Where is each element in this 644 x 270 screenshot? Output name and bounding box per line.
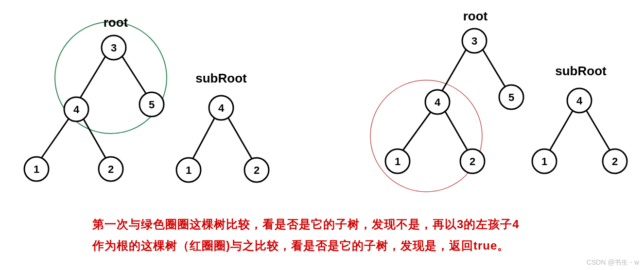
svg-text:1: 1 xyxy=(541,155,547,168)
caption-line-1: 第一次与绿色圈圈这棵树比较，看是否是它的子树，发现不是，再以3的左孩子4 xyxy=(92,214,625,235)
node-s1-right: 1 xyxy=(532,149,557,173)
node-1-left: 1 xyxy=(24,157,49,181)
node-3-left: 3 xyxy=(102,35,126,60)
svg-text:4: 4 xyxy=(576,95,583,107)
svg-text:1: 1 xyxy=(186,164,191,176)
node-3-right: 3 xyxy=(462,29,487,53)
edge-4-1-left xyxy=(40,118,70,160)
watermark: CSDN @书生 - w xyxy=(587,258,639,267)
node-2-left: 2 xyxy=(99,157,123,181)
svg-text:3: 3 xyxy=(471,35,477,47)
svg-text:2: 2 xyxy=(470,155,475,168)
svg-text:5: 5 xyxy=(149,99,155,111)
node-s2-left: 2 xyxy=(244,158,269,182)
node-s4-left: 4 xyxy=(209,96,233,120)
node-5-right: 5 xyxy=(499,85,523,109)
node-s1-left: 1 xyxy=(176,158,201,182)
svg-text:2: 2 xyxy=(254,164,260,176)
root-label-left: root xyxy=(104,15,128,30)
node-5-left: 5 xyxy=(139,92,164,117)
svg-text:4: 4 xyxy=(218,102,225,114)
edge-4-2-right xyxy=(445,111,469,153)
edge-s4-2-left xyxy=(227,117,253,160)
svg-text:1: 1 xyxy=(34,163,39,175)
edge-s4-1-right xyxy=(548,109,574,153)
svg-text:3: 3 xyxy=(111,42,117,54)
svg-text:4: 4 xyxy=(73,103,80,116)
diagram-canvas: root 3 4 5 1 2 subRoot 4 1 2 xyxy=(0,0,644,204)
svg-text:4: 4 xyxy=(435,96,441,108)
root-label-right: root xyxy=(463,9,488,23)
svg-text:5: 5 xyxy=(508,91,514,103)
edge-s4-2-right xyxy=(586,109,611,153)
edge-3-4-right xyxy=(440,49,467,95)
node-s4-right: 4 xyxy=(567,88,592,113)
edge-3-5-left xyxy=(122,55,148,97)
subroot-label-right: subRoot xyxy=(555,64,607,78)
node-s2-right: 2 xyxy=(603,149,627,173)
caption-text: 第一次与绿色圈圈这棵树比较，看是否是它的子树，发现不是，再以3的左孩子4 作为根… xyxy=(92,214,625,256)
svg-text:1: 1 xyxy=(395,155,400,168)
subroot-label-left: subRoot xyxy=(195,71,247,85)
node-4-left: 4 xyxy=(64,97,88,121)
svg-text:2: 2 xyxy=(612,155,618,168)
edge-3-5-right xyxy=(482,49,507,90)
node-2-right: 2 xyxy=(460,149,485,173)
svg-text:2: 2 xyxy=(108,163,114,175)
caption-line-2: 作为根的这棵树（红圈圈)与之比较，看是否是它的子树，发现是，返回true。 xyxy=(92,235,625,256)
node-1-right: 1 xyxy=(385,149,410,173)
edge-4-2-left xyxy=(83,118,107,160)
edge-3-4-left xyxy=(78,55,106,102)
edge-4-1-right xyxy=(401,111,432,153)
node-4-right: 4 xyxy=(425,90,450,114)
edge-s4-1-left xyxy=(192,117,215,160)
